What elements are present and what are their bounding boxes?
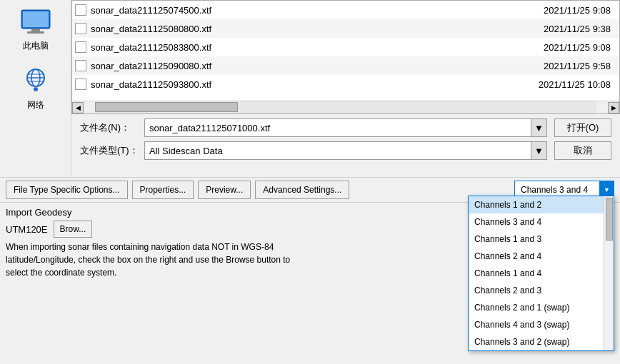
dropdown-item-ch13[interactable]: Channels 1 and 3 xyxy=(469,231,614,248)
file-date: 2021/11/25 9:08 xyxy=(509,42,616,53)
filename-dropdown-btn[interactable]: ▼ xyxy=(531,118,547,137)
file-checkbox[interactable] xyxy=(75,23,86,34)
file-checkbox[interactable] xyxy=(75,60,86,71)
file-date: 2021/11/25 10:08 xyxy=(509,79,616,90)
cancel-button[interactable]: 取消 xyxy=(554,141,611,160)
sidebar-item-computer[interactable]: 此电脑 xyxy=(17,7,54,52)
properties-button[interactable]: Properties... xyxy=(132,181,194,199)
geodesy-label: Import Geodesy xyxy=(6,207,72,218)
network-label: 网络 xyxy=(27,99,44,111)
file-name: sonar_data211125093800.xtf xyxy=(91,79,509,90)
utm-label: UTM120E xyxy=(6,224,48,235)
svg-rect-2 xyxy=(31,29,40,31)
file-name: sonar_data211125074500.xtf xyxy=(91,5,509,16)
advanced-settings-button[interactable]: Advanced Settings... xyxy=(255,181,349,199)
file-name: sonar_data211125083800.xtf xyxy=(91,42,509,53)
filetype-row: 文件类型(T)： ▼ 取消 xyxy=(80,141,611,160)
computer-icon xyxy=(17,7,54,37)
dropdown-item-ch14[interactable]: Channels 1 and 4 xyxy=(469,265,614,282)
filetype-label: 文件类型(T)： xyxy=(80,144,144,157)
file-list: sonar_data211125074500.xtf 2021/11/25 9:… xyxy=(72,1,619,101)
preview-button[interactable]: Preview... xyxy=(198,181,251,199)
scrollbar-track[interactable] xyxy=(95,101,596,113)
table-row[interactable]: sonar_data211125080800.xtf 2021/11/25 9:… xyxy=(72,19,619,38)
scroll-right-arrow[interactable]: ▶ xyxy=(608,102,619,113)
file-list-area: sonar_data211125074500.xtf 2021/11/25 9:… xyxy=(71,0,620,114)
dropdown-item-ch34[interactable]: Channels 3 and 4 xyxy=(469,213,614,231)
input-section: 文件名(N)： ▼ 打开(O) 文件类型(T)： ▼ 取消 xyxy=(71,114,620,168)
file-date: 2021/11/25 9:08 xyxy=(509,5,616,16)
sidebar-item-network[interactable]: 网络 xyxy=(17,66,54,111)
filename-row: 文件名(N)： ▼ 打开(O) xyxy=(80,118,611,137)
filetype-dropdown-btn[interactable]: ▼ xyxy=(531,141,547,160)
dropdown-scrollbar[interactable] xyxy=(604,196,614,350)
computer-label: 此电脑 xyxy=(23,40,49,52)
dropdown-item-ch43swap[interactable]: Channels 4 and 3 (swap) xyxy=(469,316,614,333)
channel-dropdown-popup: Channels 1 and 2 Channels 3 and 4 Channe… xyxy=(468,196,614,351)
file-name: sonar_data211125080800.xtf xyxy=(91,24,509,34)
dropdown-item-ch12[interactable]: Channels 1 and 2 xyxy=(469,196,614,213)
horizontal-scrollbar[interactable]: ◀ ▶ xyxy=(72,101,619,113)
dropdown-item-ch23[interactable]: Channels 2 and 3 xyxy=(469,282,614,299)
file-checkbox[interactable] xyxy=(75,41,86,53)
file-type-options-button[interactable]: File Type Specific Options... xyxy=(6,181,128,199)
scrollbar-thumb[interactable] xyxy=(95,102,238,112)
file-date: 2021/11/25 9:58 xyxy=(509,61,616,71)
main-container: 此电脑 网络 sonar_data211125074500.x xyxy=(0,0,620,364)
dropdown-item-ch21swap[interactable]: Channels 2 and 1 (swap) xyxy=(469,299,614,316)
file-date: 2021/11/25 9:38 xyxy=(509,24,616,34)
table-row[interactable]: sonar_data211125074500.xtf 2021/11/25 9:… xyxy=(72,1,619,19)
dropdown-item-ch24[interactable]: Channels 2 and 4 xyxy=(469,248,614,265)
scroll-left-arrow[interactable]: ◀ xyxy=(72,102,84,113)
svg-rect-3 xyxy=(27,31,44,34)
file-checkbox[interactable] xyxy=(75,4,86,16)
filetype-input[interactable] xyxy=(144,141,531,160)
svg-rect-1 xyxy=(23,11,49,27)
table-row[interactable]: sonar_data211125093800.xtf 2021/11/25 10… xyxy=(72,75,619,93)
network-icon xyxy=(17,66,54,96)
table-row[interactable]: sonar_data211125090080.xtf 2021/11/25 9:… xyxy=(72,56,619,75)
file-checkbox[interactable] xyxy=(75,79,86,90)
dropdown-item-ch32swap[interactable]: Channels 3 and 2 (swap) xyxy=(469,333,614,350)
dropdown-scroll-thumb[interactable] xyxy=(606,198,613,241)
open-button[interactable]: 打开(O) xyxy=(554,118,611,137)
file-name: sonar_data211125090080.xtf xyxy=(91,61,509,71)
browse-button[interactable]: Brow... xyxy=(54,221,93,238)
filename-label: 文件名(N)： xyxy=(80,121,144,134)
table-row[interactable]: sonar_data211125083800.xtf 2021/11/25 9:… xyxy=(72,38,619,56)
filename-input[interactable] xyxy=(144,118,531,137)
